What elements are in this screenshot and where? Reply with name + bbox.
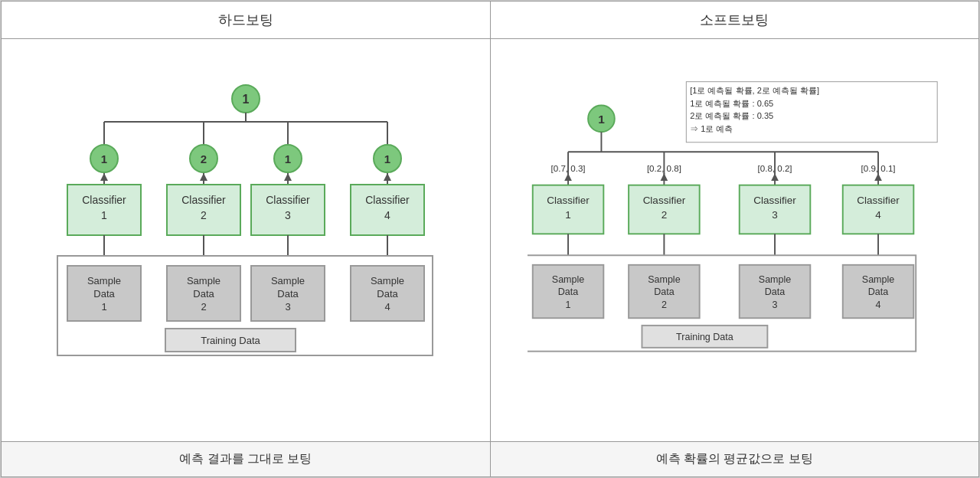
svg-text:Classifier: Classifier — [82, 194, 126, 206]
svg-text:[0.8, 0.2]: [0.8, 0.2] — [758, 164, 792, 173]
svg-text:1: 1 — [101, 152, 107, 165]
svg-text:Classifier: Classifier — [547, 194, 590, 205]
svg-text:Data: Data — [765, 286, 785, 297]
svg-text:1로 예측될 확률 : 0.65: 1로 예측될 확률 : 0.65 — [690, 99, 773, 108]
svg-text:Classifier: Classifier — [266, 194, 310, 206]
svg-text:Data: Data — [558, 286, 578, 297]
svg-text:4: 4 — [384, 209, 390, 221]
soft-voting-footer: 예측 확률의 평균값으로 보팅 — [491, 441, 979, 476]
svg-text:Data: Data — [654, 286, 674, 297]
svg-text:Classifier: Classifier — [643, 194, 686, 205]
hard-voting-panel: 하드보팅 1 1 — [1, 1, 491, 477]
svg-text:Classifier: Classifier — [181, 194, 226, 206]
soft-voting-content: [1로 예측될 확률, 2로 예측될 확률] 1로 예측될 확률 : 0.65 … — [491, 39, 979, 441]
svg-text:2: 2 — [201, 301, 206, 313]
svg-text:Sample: Sample — [87, 275, 121, 286]
svg-marker-79 — [661, 173, 668, 181]
svg-text:Sample: Sample — [862, 273, 894, 284]
svg-text:2: 2 — [201, 152, 207, 165]
svg-text:2: 2 — [201, 209, 207, 221]
svg-text:1: 1 — [566, 299, 571, 309]
hard-voting-diagram: 1 1 2 — [47, 76, 445, 405]
svg-text:1: 1 — [566, 209, 572, 221]
svg-marker-11 — [100, 173, 108, 181]
svg-text:4: 4 — [876, 209, 882, 221]
svg-text:[0.9, 0.1]: [0.9, 0.1] — [861, 164, 896, 173]
svg-text:Classifier: Classifier — [858, 194, 900, 205]
svg-text:2로 예측될 확률 : 0.35: 2로 예측될 확률 : 0.35 — [690, 110, 773, 120]
svg-marker-81 — [771, 173, 779, 181]
hard-voting-title: 하드보팅 — [2, 2, 490, 39]
hard-voting-footer: 예측 결과를 그대로 보팅 — [2, 441, 490, 476]
svg-text:1: 1 — [242, 93, 249, 106]
svg-text:Sample: Sample — [648, 273, 680, 284]
soft-voting-panel: 소프트보팅 [1로 예측될 확률, 2로 예측될 확률] 1로 예측될 확률 :… — [491, 1, 980, 477]
svg-text:3: 3 — [773, 209, 779, 221]
svg-text:Data: Data — [93, 288, 115, 300]
svg-text:Data: Data — [868, 286, 888, 297]
svg-text:Sample: Sample — [371, 275, 404, 286]
svg-text:[1로 예측될 확률, 2로 예측될 확률]: [1로 예측될 확률, 2로 예측될 확률] — [690, 86, 819, 95]
svg-text:[0.2, 0.8]: [0.2, 0.8] — [647, 164, 681, 173]
svg-marker-15 — [200, 173, 207, 181]
main-container: 하드보팅 1 1 — [1, 1, 979, 477]
svg-marker-23 — [384, 173, 391, 181]
svg-text:1: 1 — [285, 152, 291, 165]
svg-text:2: 2 — [662, 299, 667, 309]
svg-text:1: 1 — [598, 112, 605, 125]
svg-text:4: 4 — [876, 299, 881, 309]
svg-text:[0.7, 0.3]: [0.7, 0.3] — [551, 164, 586, 173]
svg-text:⇒ 1로 예측: ⇒ 1로 예측 — [690, 124, 733, 133]
svg-text:Training Data: Training Data — [201, 335, 260, 346]
svg-text:Sample: Sample — [759, 273, 791, 284]
svg-marker-77 — [564, 173, 572, 181]
svg-text:Training Data: Training Data — [676, 332, 733, 342]
svg-text:Data: Data — [193, 288, 214, 300]
hard-voting-content: 1 1 2 — [2, 39, 490, 441]
svg-text:Classifier: Classifier — [365, 194, 410, 206]
svg-text:4: 4 — [384, 301, 390, 313]
svg-text:3: 3 — [285, 301, 290, 313]
svg-text:Data: Data — [277, 288, 299, 300]
svg-text:Sample: Sample — [271, 275, 305, 286]
svg-text:Data: Data — [377, 288, 398, 300]
svg-text:3: 3 — [773, 299, 778, 309]
svg-text:Sample: Sample — [552, 273, 584, 284]
svg-text:2: 2 — [662, 209, 668, 221]
svg-text:Classifier: Classifier — [754, 194, 797, 205]
svg-text:1: 1 — [384, 152, 390, 165]
svg-marker-19 — [284, 173, 292, 181]
svg-text:1: 1 — [101, 301, 106, 313]
svg-text:Sample: Sample — [187, 275, 220, 286]
soft-voting-title: 소프트보팅 — [491, 2, 979, 39]
soft-voting-diagram: [1로 예측될 확률, 2로 예측될 확률] 1로 예측될 확률 : 0.65 … — [528, 76, 941, 405]
svg-text:3: 3 — [285, 209, 291, 221]
svg-marker-83 — [874, 173, 882, 181]
svg-text:1: 1 — [101, 209, 107, 221]
